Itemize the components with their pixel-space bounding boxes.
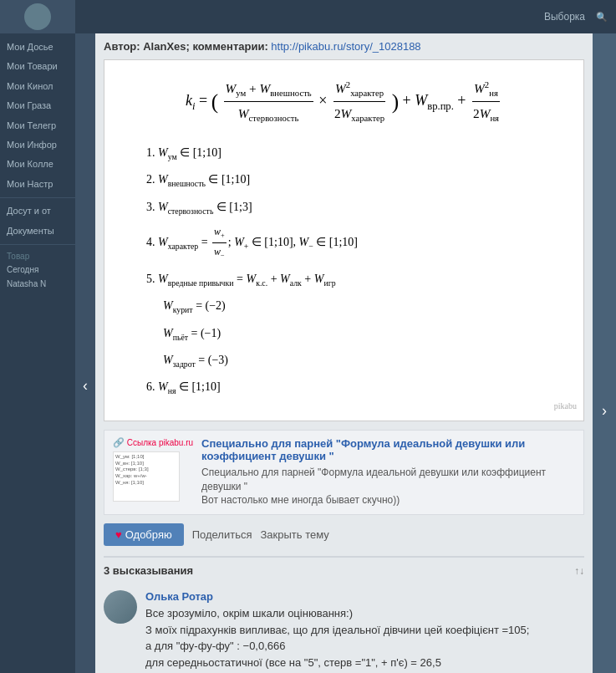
formula-sub-2: Wпьёт = (−1) bbox=[163, 323, 558, 344]
formula-item-1: 1. Wум ∈ [1;10] bbox=[146, 142, 558, 164]
sidebar-item-dosut[interactable]: Досут и от bbox=[0, 201, 75, 221]
sidebar-item-telegr[interactable]: Мои Телегр bbox=[0, 116, 75, 135]
main-formula: ki = ( Wум + Wвнешность Wстервозность × … bbox=[130, 77, 558, 127]
comment-text: Все зрозуміло, окрім шкали оцінювання:) … bbox=[145, 605, 584, 673]
sidebar-nav: Мои Досье Мои Товари Мои Кинол Мои Граза… bbox=[0, 33, 75, 295]
formula-item-3: 3. Wстервозность ∈ [1;3] bbox=[146, 196, 558, 218]
top-bar: Выборка 🔍 bbox=[75, 0, 616, 33]
sidebar-section-tovar: Товар bbox=[0, 248, 75, 263]
sidebar-item-nastr[interactable]: Мои Настр bbox=[0, 175, 75, 194]
link-site-label: 🔗 Ссылка pikabu.ru bbox=[113, 437, 193, 448]
sidebar-item-tovari[interactable]: Мои Товари bbox=[0, 57, 75, 76]
commenter-avatar-img bbox=[104, 590, 137, 624]
formula-item-4: 4. Wхарактер = w+w−; W+ ∈ [1;10], W− ∈ [… bbox=[146, 223, 558, 263]
avatar bbox=[24, 3, 51, 30]
formula-sub-1: Wкурит = (−2) bbox=[163, 295, 558, 317]
formula-item-2: 2. Wвнешность ∈ [1;10] bbox=[146, 169, 558, 191]
article-area: Автор: AlanXes; комментарии: http://pika… bbox=[95, 33, 593, 673]
link-preview-desc2: Вот настолько мне иногда бывает скучно)) bbox=[201, 493, 575, 507]
comment-item: Олька Ротар Все зрозуміло, окрім шкали о… bbox=[104, 590, 584, 673]
sidebar-divider2 bbox=[0, 244, 75, 245]
math-image-box: ki = ( Wум + Wвнешность Wстервозность × … bbox=[104, 59, 584, 421]
comment-line-4: для середньостатичної (все на "5", стерв… bbox=[145, 656, 441, 669]
top-bar-search-btn[interactable]: 🔍 bbox=[596, 12, 608, 23]
formula-item-6: 6. Wня ∈ [1;10] bbox=[146, 376, 558, 398]
link-preview-content: Специально для парней "Формула идеальной… bbox=[201, 437, 575, 507]
math-watermark: pikabu bbox=[554, 399, 577, 414]
sidebar-avatar bbox=[0, 0, 75, 33]
right-arrow-col: › bbox=[593, 33, 616, 673]
comments-sort[interactable]: ↑↓ bbox=[574, 565, 584, 577]
formula-sub-3: Wзадрот = (−3) bbox=[163, 349, 558, 371]
share-button[interactable]: Поделиться bbox=[192, 528, 252, 541]
sidebar-item-kolle[interactable]: Мои Колле bbox=[0, 155, 75, 174]
sidebar-item-infor[interactable]: Мои Инфор bbox=[0, 135, 75, 155]
next-button[interactable]: › bbox=[602, 402, 607, 420]
top-bar-label: Выборка bbox=[544, 11, 585, 23]
comment-author[interactable]: Олька Ротар bbox=[145, 590, 584, 603]
author-prefix: Автор: AlanXes; комментарии: bbox=[104, 40, 271, 53]
commenter-avatar bbox=[104, 590, 137, 624]
prev-button[interactable]: ‹ bbox=[83, 377, 88, 395]
link-preview-desc1: Специально для парней "Формула идеальной… bbox=[201, 466, 575, 494]
formula-list-2: 6. Wня ∈ [1;10] bbox=[130, 376, 558, 398]
heart-icon: ♥ bbox=[115, 528, 122, 541]
left-arrow-col: ‹ bbox=[75, 33, 95, 673]
comments-header: 3 высказывания ↑↓ bbox=[104, 556, 584, 582]
author-link[interactable]: http://pikabu.ru/story/_1028188 bbox=[271, 40, 420, 53]
action-bar: ♥ Одобряю Поделиться Закрыть тему bbox=[104, 523, 584, 546]
approve-button[interactable]: ♥ Одобряю bbox=[104, 523, 184, 546]
comment-line-2: З моїх підрахунків випливає, що для ідеа… bbox=[145, 624, 529, 636]
comment-body: Олька Ротар Все зрозуміло, окрім шкали о… bbox=[145, 590, 584, 673]
sidebar-natasha: Natasha N bbox=[0, 277, 75, 291]
author-line: Автор: AlanXes; комментарии: http://pika… bbox=[104, 40, 584, 53]
formula-item-5: 5. Wвредные привычки = Wк.с. + Wалк + Wи… bbox=[146, 268, 558, 290]
sidebar: Мои Досье Мои Товари Мои Кинол Мои Граза… bbox=[0, 0, 75, 673]
approve-label: Одобряю bbox=[125, 528, 172, 541]
link-preview-title[interactable]: Специально для парней "Формула идеальной… bbox=[201, 437, 575, 462]
sidebar-item-docs[interactable]: Документы bbox=[0, 222, 75, 241]
comment-line-1: Все зрозуміло, окрім шкали оцінювання:) bbox=[145, 607, 353, 619]
sidebar-item-graza[interactable]: Мои Граза bbox=[0, 96, 75, 115]
sidebar-divider bbox=[0, 197, 75, 198]
sidebar-item-dosye[interactable]: Мои Досье bbox=[0, 38, 75, 57]
sidebar-item-kinol[interactable]: Мои Кинол bbox=[0, 77, 75, 96]
link-preview: 🔗 Ссылка pikabu.ru W_ум: [1;10] W_вн: [1… bbox=[104, 430, 584, 515]
close-topic-button[interactable]: Закрыть тему bbox=[260, 528, 328, 541]
comment-line-3: а для "фу-фу-фу" : −0,0,666 bbox=[145, 640, 286, 652]
main-content: Автор: AlanXes; комментарии: http://pika… bbox=[95, 33, 593, 673]
sidebar-today: Сегодня bbox=[0, 263, 75, 277]
comments-count: 3 высказывания bbox=[104, 564, 193, 577]
formula-list: 1. Wум ∈ [1;10] 2. Wвнешность ∈ [1;10] 3… bbox=[130, 142, 558, 290]
link-preview-thumb: W_ум: [1;10] W_вн: [1;10] W_стерв: [1;3]… bbox=[113, 451, 180, 502]
